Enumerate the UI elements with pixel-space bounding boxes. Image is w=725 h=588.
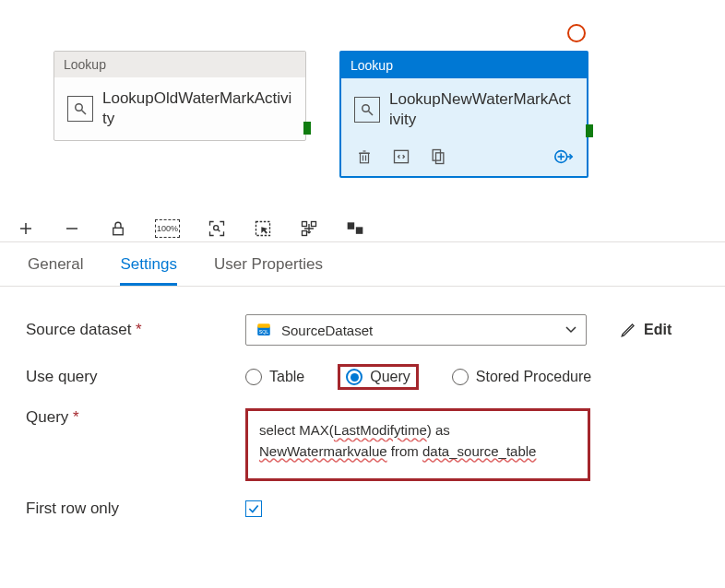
- svg-rect-26: [348, 222, 355, 229]
- svg-rect-11: [436, 153, 444, 164]
- query-input[interactable]: select MAX(LastModifytime) as NewWaterma…: [245, 408, 590, 481]
- svg-rect-19: [113, 228, 124, 235]
- activity-name: LookupOldWaterMarkActivity: [102, 88, 292, 129]
- activity-name: LookupNewWaterMarkActivity: [389, 89, 574, 130]
- lookup-icon: [67, 96, 93, 122]
- zoom-out-icon[interactable]: [63, 219, 81, 238]
- lookup-icon: [354, 97, 380, 123]
- svg-rect-27: [356, 227, 363, 234]
- delete-icon[interactable]: [354, 147, 374, 167]
- radio-stored-procedure[interactable]: Stored Procedure: [452, 369, 591, 385]
- layout-icon[interactable]: [346, 219, 364, 238]
- radio-table[interactable]: Table: [245, 369, 304, 385]
- query-label: Query *: [26, 408, 245, 427]
- canvas-toolbar: 100%: [0, 212, 725, 242]
- tab-user-properties[interactable]: User Properties: [214, 255, 323, 286]
- svg-rect-10: [433, 150, 440, 161]
- auto-align-icon[interactable]: [300, 219, 318, 238]
- radio-query[interactable]: Query: [346, 369, 410, 385]
- property-tabs: General Settings User Properties: [0, 242, 725, 287]
- validation-indicator: [567, 24, 586, 42]
- zoom-fit-icon[interactable]: [208, 219, 226, 238]
- connector-handle[interactable]: [586, 124, 593, 137]
- activity-type-label: Lookup: [54, 52, 305, 77]
- svg-text:SQL: SQL: [259, 329, 269, 335]
- add-output-icon[interactable]: [553, 147, 574, 167]
- dropdown-value: SourceDataset: [281, 323, 556, 338]
- svg-point-2: [362, 105, 370, 112]
- code-icon[interactable]: [391, 147, 411, 167]
- zoom-in-icon[interactable]: [17, 219, 35, 238]
- svg-rect-25: [303, 231, 307, 236]
- source-dataset-dropdown[interactable]: SQL SourceDataset: [245, 314, 587, 346]
- pipeline-canvas[interactable]: Lookup LookupOldWaterMarkActivity Lookup…: [0, 0, 725, 212]
- sql-icon: SQL: [256, 322, 272, 338]
- svg-rect-24: [312, 222, 316, 227]
- svg-line-1: [82, 111, 87, 115]
- chevron-down-icon: [565, 325, 576, 335]
- lock-icon[interactable]: [109, 219, 127, 238]
- svg-rect-9: [395, 151, 409, 163]
- activity-lookup-new[interactable]: Lookup LookupNewWaterMarkActivity: [339, 51, 588, 178]
- use-query-label: Use query: [26, 368, 245, 386]
- activity-type-label: Lookup: [341, 53, 587, 78]
- edit-button[interactable]: Edit: [620, 322, 672, 338]
- tab-general[interactable]: General: [28, 255, 83, 286]
- svg-rect-4: [361, 153, 369, 163]
- first-row-only-checkbox[interactable]: [245, 500, 262, 517]
- connector-handle[interactable]: [303, 122, 311, 135]
- activity-lookup-old[interactable]: Lookup LookupOldWaterMarkActivity: [53, 51, 306, 141]
- pencil-icon: [620, 322, 636, 338]
- svg-rect-29: [257, 323, 270, 328]
- svg-line-21: [218, 229, 220, 232]
- source-dataset-label: Source dataset *: [26, 321, 245, 339]
- first-row-only-label: First row only: [26, 500, 245, 518]
- svg-rect-23: [303, 222, 307, 227]
- select-icon[interactable]: [254, 219, 272, 238]
- tab-settings[interactable]: Settings: [120, 255, 176, 286]
- highlight-query-radio: Query: [338, 364, 419, 390]
- zoom-reset-icon[interactable]: 100%: [155, 219, 180, 238]
- settings-form: Source dataset * SQL SourceDataset Edit …: [0, 287, 725, 546]
- copy-icon[interactable]: [428, 147, 448, 167]
- svg-point-0: [76, 104, 83, 112]
- svg-line-3: [369, 112, 374, 116]
